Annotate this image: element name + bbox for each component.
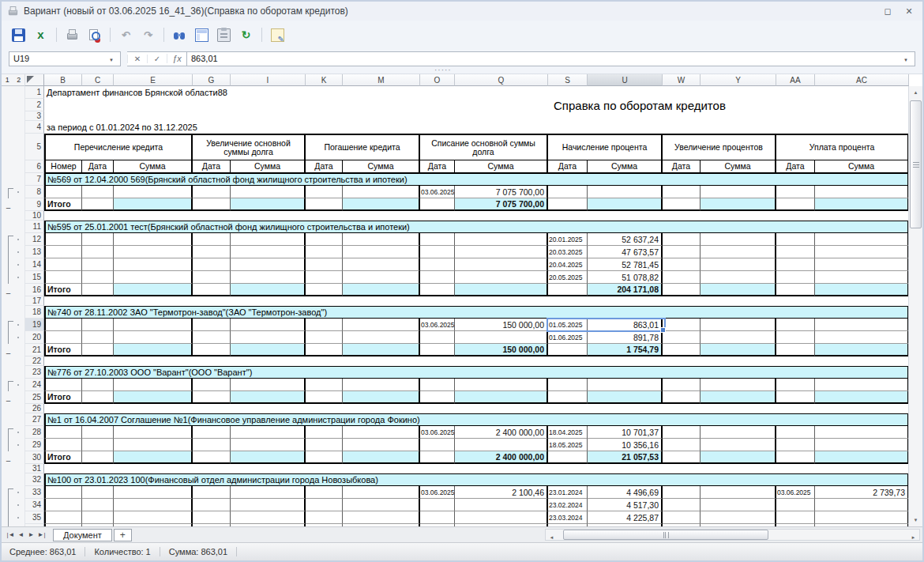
cell-M9[interactable] (343, 198, 420, 211)
horizontal-scrollbar[interactable] (545, 529, 920, 541)
cell-Y12[interactable] (701, 233, 776, 246)
cell-Q29[interactable] (455, 439, 548, 451)
cell-I9[interactable] (231, 198, 306, 211)
cell-Q34[interactable] (455, 499, 548, 511)
confirm-entry-button[interactable]: ✓ (147, 55, 167, 63)
cell-Y30[interactable] (701, 451, 776, 464)
cell-W24[interactable] (663, 379, 701, 391)
cell-S20[interactable]: 01.06.2025 (548, 331, 588, 344)
edit-button[interactable] (269, 26, 287, 44)
row-header-5[interactable]: 5 (25, 134, 44, 160)
credit-band[interactable]: №1 от 16.04.2007 Соглашение №1(Финансово… (44, 413, 909, 426)
cell-O19[interactable]: 03.06.2025 (420, 319, 455, 331)
cell-E9[interactable] (114, 198, 193, 211)
credit-band[interactable]: №776 от 27.10.2003 ООО "Варант"(ООО "Вар… (44, 366, 909, 379)
cell-Y14[interactable] (701, 258, 776, 271)
cell-S9[interactable] (548, 198, 588, 211)
cell-W9[interactable] (663, 198, 701, 211)
cell-Q8[interactable]: 7 075 700,00 (455, 186, 548, 198)
cell-C30[interactable] (82, 451, 114, 464)
outline-collapse-button[interactable] (4, 393, 13, 402)
fill-handle[interactable] (660, 327, 666, 333)
splitter-grip-icon[interactable] (434, 66, 452, 74)
row-header-32[interactable]: 32 (25, 473, 44, 486)
cell-AA33[interactable]: 03.06.2025 (776, 486, 815, 499)
row-header-18[interactable]: 18 (25, 306, 44, 319)
cell-AA19[interactable] (776, 319, 815, 331)
cell-B29[interactable] (44, 439, 82, 451)
cell-G29[interactable] (193, 439, 231, 451)
cell-AC33[interactable]: 2 739,73 (815, 486, 909, 499)
row-header-8[interactable]: 8 (25, 186, 44, 198)
cell-S8[interactable] (548, 186, 588, 198)
cell-AC20[interactable] (815, 331, 909, 344)
cell-I13[interactable] (231, 246, 306, 258)
cell-C25[interactable] (82, 391, 114, 404)
cell-U25[interactable] (588, 391, 663, 404)
cell-B30[interactable]: Итого (44, 451, 82, 464)
cell-E25[interactable] (114, 391, 193, 404)
cell-I12[interactable] (231, 233, 306, 246)
cell-W34[interactable] (663, 499, 701, 511)
refresh-button[interactable] (237, 26, 255, 44)
cell-K34[interactable] (306, 499, 343, 511)
cell-Y35[interactable] (701, 511, 776, 524)
cell-AA15[interactable] (776, 271, 815, 284)
cell-K12[interactable] (306, 233, 343, 246)
cell-AA13[interactable] (776, 246, 815, 258)
cell-W25[interactable] (663, 391, 701, 404)
scroll-right-button[interactable] (907, 528, 919, 542)
cell-U28[interactable]: 10 701,37 (588, 426, 663, 439)
cell-AC12[interactable] (815, 233, 909, 246)
cell-B25[interactable]: Итого (44, 391, 82, 404)
cell-S30[interactable] (548, 451, 588, 464)
cell-M14[interactable] (343, 258, 420, 271)
cell-U12[interactable]: 52 637,24 (588, 233, 663, 246)
cell-G15[interactable] (193, 271, 231, 284)
cell-Q20[interactable] (455, 331, 548, 344)
find-button[interactable] (171, 26, 189, 44)
cell-O33[interactable]: 03.06.2025 (420, 486, 455, 499)
cell-K28[interactable] (306, 426, 343, 439)
cell-O28[interactable]: 03.06.2025 (420, 426, 455, 439)
cell-C21[interactable] (82, 344, 114, 356)
cell-Q16[interactable] (455, 284, 548, 296)
row-header-26[interactable]: 26 (25, 404, 44, 413)
cell-U33[interactable]: 4 496,69 (588, 486, 663, 499)
cell-O20[interactable] (420, 331, 455, 344)
outline-level-2-button[interactable]: 2 (17, 76, 21, 84)
cell-Q19[interactable]: 150 000,00 (455, 319, 548, 331)
cell-G35[interactable] (193, 511, 231, 524)
cell-I28[interactable] (231, 426, 306, 439)
col-header-M[interactable]: M (343, 74, 420, 86)
cell-I8[interactable] (231, 186, 306, 198)
cell-AC29[interactable] (815, 439, 909, 451)
cell-I20[interactable] (231, 331, 306, 344)
cell-AC14[interactable] (815, 258, 909, 271)
row-header-35[interactable]: 35 (25, 511, 44, 524)
credit-band[interactable]: №100 от 23.01.2023 100(Финансовый отдел … (44, 473, 909, 486)
row-header-2[interactable]: 2 (25, 99, 44, 111)
credit-band[interactable]: №595 от 25.01.2001 тест(Брянский областн… (44, 221, 909, 233)
cell-AA8[interactable] (776, 186, 815, 198)
row-header-31[interactable]: 31 (25, 464, 44, 473)
cell-Q14[interactable] (455, 258, 548, 271)
cell-S13[interactable]: 20.03.2025 (548, 246, 588, 258)
col-header-B[interactable]: B (44, 74, 82, 86)
cell-B9[interactable]: Итого (44, 198, 82, 211)
cell-K21[interactable] (306, 344, 343, 356)
row-header-19[interactable]: 19 (25, 319, 44, 331)
cell-W15[interactable] (663, 271, 701, 284)
cell-C13[interactable] (82, 246, 114, 258)
cell-Y25[interactable] (701, 391, 776, 404)
cell-U34[interactable]: 4 517,30 (588, 499, 663, 511)
cell-Y9[interactable] (701, 198, 776, 211)
cell-W19[interactable] (663, 319, 701, 331)
row-header-10[interactable]: 10 (25, 211, 44, 221)
cell-G30[interactable] (193, 451, 231, 464)
cell-C14[interactable] (82, 258, 114, 271)
cell-G8[interactable] (193, 186, 231, 198)
cell-O9[interactable] (420, 198, 455, 211)
cell-K19[interactable] (306, 319, 343, 331)
cell-W8[interactable] (663, 186, 701, 198)
